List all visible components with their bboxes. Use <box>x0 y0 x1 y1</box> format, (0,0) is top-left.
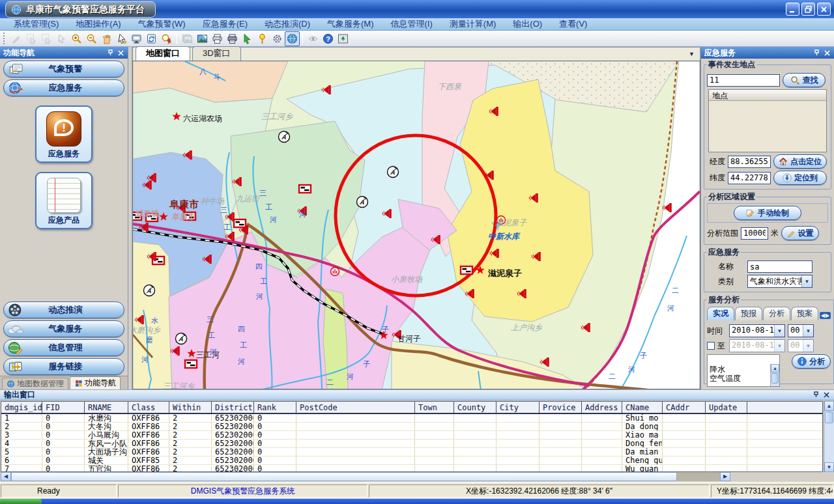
latitude-input[interactable] <box>728 172 771 184</box>
zoom-out-icon[interactable] <box>84 31 99 46</box>
pin-icon[interactable] <box>107 49 114 57</box>
select-feature-icon[interactable] <box>240 31 255 46</box>
map-tab-0[interactable]: 地图窗口 <box>136 46 190 61</box>
pan-icon[interactable] <box>99 31 114 46</box>
column-header-District[interactable]: District <box>212 402 254 413</box>
sidebar-item-top-1[interactable]: 应急服务 <box>3 79 124 96</box>
element-item-0[interactable]: 降水 <box>710 365 779 374</box>
hour-select[interactable]: 00▼ <box>788 324 814 337</box>
set-range-button[interactable]: 设置 <box>781 226 819 240</box>
select-poly-icon[interactable] <box>39 31 54 46</box>
analysis-range-input[interactable] <box>741 227 768 240</box>
date-select[interactable]: 2010-08-13▼ <box>729 324 785 337</box>
map-tab-1[interactable]: 3D窗口 <box>192 46 241 61</box>
menu-item-4[interactable]: 动态推演(D) <box>256 18 319 31</box>
select-rect-icon[interactable] <box>24 31 39 46</box>
to-checkbox[interactable] <box>707 342 715 350</box>
output-table[interactable]: dmgis_idFIDRNAMEClassWithinDistrictRankP… <box>1 401 823 472</box>
export-image-icon[interactable] <box>336 31 351 46</box>
column-header-Provice[interactable]: Provice <box>539 402 582 413</box>
analyze-button[interactable]: 分析 <box>792 354 831 369</box>
table-row[interactable]: 50大面场子沟OXFF8626523020000Da mian ... <box>1 448 822 456</box>
column-header-Update[interactable]: Update <box>706 402 747 413</box>
location-list[interactable]: 地点 <box>708 89 827 152</box>
click-locate-button[interactable]: 点击定位 <box>773 154 827 169</box>
measure-icon[interactable] <box>9 31 24 46</box>
column-header-County[interactable]: County <box>454 402 496 413</box>
longitude-input[interactable] <box>728 156 771 168</box>
menu-item-3[interactable]: 应急服务(E) <box>194 18 256 31</box>
tab-scroll-arrows[interactable]: ◀▶ <box>820 312 831 319</box>
table-row[interactable]: 10水磨沟OXFF8626523020000Shui mo gou <box>1 414 822 423</box>
column-header-Town[interactable]: Town <box>415 402 454 413</box>
full-extent-icon[interactable] <box>129 31 144 46</box>
pointer-icon[interactable] <box>114 31 129 46</box>
column-header-FID[interactable]: FID <box>42 402 85 413</box>
locate-icon[interactable] <box>255 31 270 46</box>
table-row[interactable]: 40东风一小队OXFF8626523020000Dong fen... <box>1 440 822 448</box>
map-export-icon[interactable] <box>195 31 210 46</box>
tab-list-dropdown-icon[interactable]: ▼ <box>689 51 695 57</box>
output-hscrollbar[interactable]: ◀ ▶ <box>1 472 730 481</box>
table-row[interactable]: 60城关OXFF8526523020000Cheng guan <box>1 456 822 465</box>
menu-item-5[interactable]: 气象服务(M) <box>319 18 382 31</box>
analysis-tab-3[interactable]: 预案 <box>791 307 818 320</box>
big-button-1[interactable]: 应急产品 <box>35 172 93 229</box>
sidebar-item-bottom-1[interactable]: 气象服务 <box>3 320 124 337</box>
minimize-button[interactable] <box>786 3 799 16</box>
analysis-tab-0[interactable]: 实况 <box>707 307 734 320</box>
menu-item-8[interactable]: 输出(O) <box>504 18 551 31</box>
chevron-down-icon[interactable]: ▼ <box>801 275 812 287</box>
menu-item-7[interactable]: 测量计算(M) <box>441 18 505 31</box>
analysis-tab-1[interactable]: 预报 <box>735 307 762 320</box>
listbox-scrollbar[interactable]: ▲ <box>770 364 779 386</box>
pin-icon[interactable] <box>813 49 820 57</box>
find-button[interactable]: 查找 <box>783 73 826 87</box>
left-panel-tab-0[interactable]: 地图数据管理 <box>2 378 68 389</box>
restore-button[interactable] <box>801 3 815 16</box>
column-header-Class[interactable]: Class <box>128 402 169 413</box>
settings-icon[interactable] <box>270 31 285 46</box>
sidebar-item-top-0[interactable]: 气象预警 <box>3 61 124 77</box>
pin-icon[interactable] <box>812 391 820 399</box>
column-header-CAddr[interactable]: CAddr <box>663 402 706 413</box>
menu-item-9[interactable]: 查看(V) <box>551 18 596 31</box>
globe-icon[interactable] <box>285 31 300 46</box>
layers-icon[interactable] <box>180 31 195 46</box>
close-panel-icon[interactable] <box>117 49 124 57</box>
close-button[interactable] <box>817 3 831 16</box>
output-vscrollbar[interactable]: ▲ ▼ <box>824 401 834 472</box>
table-row[interactable]: 70五官沟OXFF8626523020000Wu guan gou <box>1 465 822 472</box>
menu-item-0[interactable]: 系统管理(S) <box>5 18 67 31</box>
column-header-City[interactable]: City <box>496 402 539 413</box>
chevron-down-icon[interactable]: ▼ <box>774 325 784 337</box>
menu-item-2[interactable]: 气象预警(W) <box>130 18 194 31</box>
refresh-icon[interactable] <box>144 31 159 46</box>
sidebar-item-bottom-2[interactable]: 信息管理 <box>3 339 124 356</box>
close-panel-icon[interactable] <box>823 391 830 399</box>
manual-draw-button[interactable]: 手动绘制 <box>734 206 801 220</box>
sidebar-item-bottom-0[interactable]: 动态推演 <box>3 301 124 318</box>
start-button-edge[interactable] <box>0 499 42 504</box>
menu-item-6[interactable]: 信息管理(I) <box>382 18 441 31</box>
location-search-input[interactable] <box>707 74 780 87</box>
map-canvas[interactable]: AAAAA 六运湖农场甘河子三工河滋泥泉子阜康市阜康市城关镇种牛场三工河乡九运街… <box>133 61 700 389</box>
table-row[interactable]: 20大冬沟OXFF8626523020000Da dong gou <box>1 423 822 431</box>
table-row[interactable]: 30小马厩沟OXFF8626523020000Xiao ma ... <box>1 431 822 440</box>
print-icon[interactable] <box>210 31 225 46</box>
analysis-tab-2[interactable]: 分析 <box>763 307 790 320</box>
element-item-1[interactable]: 空气温度 <box>710 374 779 383</box>
column-header-Rank[interactable]: Rank <box>254 402 296 413</box>
column-header-PostCode[interactable]: PostCode <box>296 402 415 413</box>
help-icon[interactable]: ? <box>321 31 336 46</box>
sidebar-item-bottom-3[interactable]: 服务链接 <box>3 358 124 375</box>
locate-to-button[interactable]: 定位到 <box>773 171 827 185</box>
column-header-CName[interactable]: CName <box>622 402 663 413</box>
big-button-0[interactable]: !应急服务 <box>35 105 93 163</box>
swipe-icon[interactable] <box>306 31 321 46</box>
column-header-RNAME[interactable]: RNAME <box>85 402 128 413</box>
column-header-Address[interactable]: Address <box>582 402 622 413</box>
close-panel-icon[interactable] <box>824 49 831 57</box>
service-name-input[interactable] <box>747 260 812 273</box>
service-type-select[interactable]: 气象和洪水灾害 ▼ <box>747 275 812 288</box>
